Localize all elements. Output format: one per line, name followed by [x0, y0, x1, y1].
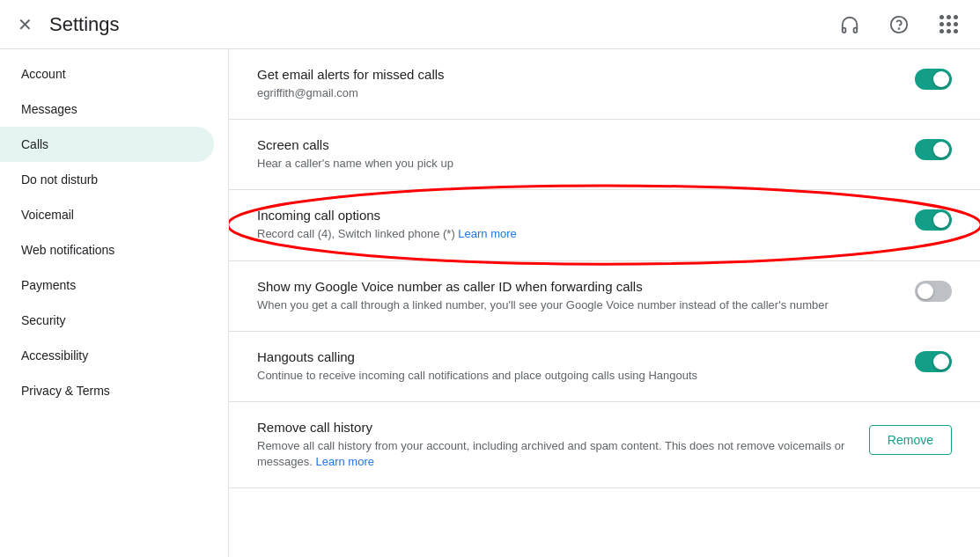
setting-text: Hangouts calling Continue to receive inc… [257, 349, 915, 384]
settings-header: ✕ Settings [0, 0, 980, 49]
sidebar-item-privacy-terms[interactable]: Privacy & Terms [0, 373, 214, 408]
setting-title: Remove call history [257, 420, 848, 435]
remove-learn-more-link[interactable]: Learn more [315, 455, 373, 468]
sidebar-item-do-not-disturb[interactable]: Do not disturb [0, 162, 214, 197]
sidebar-item-security[interactable]: Security [0, 303, 214, 338]
screen-calls-toggle[interactable] [915, 139, 952, 160]
sidebar-item-accessibility[interactable]: Accessibility [0, 338, 214, 373]
setting-title: Hangouts calling [257, 349, 894, 364]
toggle-wrapper [915, 281, 952, 302]
setting-desc: Record call (4), Switch linked phone (*)… [257, 226, 894, 242]
setting-email-alerts: Get email alerts for missed calls egriff… [229, 49, 980, 120]
svg-rect-0 [843, 27, 846, 32]
email-alerts-toggle[interactable] [915, 69, 952, 90]
toggle-wrapper [915, 69, 952, 90]
toggle-thumb [933, 354, 949, 370]
setting-hangouts: Hangouts calling Continue to receive inc… [229, 332, 980, 402]
toggle-thumb [933, 142, 949, 158]
sidebar-item-calls[interactable]: Calls [0, 127, 214, 162]
setting-title: Screen calls [257, 137, 894, 152]
sidebar-item-voicemail[interactable]: Voicemail [0, 197, 214, 232]
support-icon[interactable] [832, 7, 867, 42]
sidebar-item-messages[interactable]: Messages [0, 92, 214, 127]
setting-title: Incoming call options [257, 208, 894, 223]
setting-text: Remove call history Remove all call hist… [257, 420, 869, 470]
setting-title: Get email alerts for missed calls [257, 67, 894, 82]
page-title: Settings [49, 13, 120, 36]
setting-text: Screen calls Hear a caller's name when y… [257, 137, 915, 172]
sidebar-item-account[interactable]: Account [0, 56, 214, 92]
svg-rect-1 [854, 27, 858, 32]
toggle-thumb [917, 283, 933, 299]
close-icon[interactable]: ✕ [14, 14, 35, 35]
toggle-thumb [933, 212, 949, 228]
caller-id-toggle[interactable] [915, 281, 952, 302]
setting-desc: Continue to receive incoming call notifi… [257, 368, 894, 384]
hangouts-toggle[interactable] [915, 351, 952, 372]
toggle-thumb [933, 71, 949, 87]
setting-text: Incoming call options Record call (4), S… [257, 208, 915, 242]
help-icon[interactable] [881, 7, 917, 42]
setting-desc: When you get a call through a linked num… [257, 297, 894, 313]
setting-text: Show my Google Voice number as caller ID… [257, 279, 915, 313]
remove-btn-wrapper: Remove [869, 421, 952, 455]
setting-desc: Hear a caller's name when you pick up [257, 156, 894, 172]
setting-caller-id: Show my Google Voice number as caller ID… [229, 261, 980, 332]
incoming-call-toggle[interactable] [915, 209, 952, 231]
setting-screen-calls: Screen calls Hear a caller's name when y… [229, 120, 980, 190]
setting-desc: egriffith@gmail.com [257, 85, 894, 101]
sidebar-item-payments[interactable]: Payments [0, 268, 214, 303]
setting-text: Get email alerts for missed calls egriff… [257, 67, 915, 101]
header-left: ✕ Settings [14, 13, 120, 36]
learn-more-link[interactable]: Learn more [458, 227, 516, 240]
setting-remove-history: Remove call history Remove all call hist… [229, 402, 980, 488]
header-icons [832, 7, 966, 42]
setting-desc: Remove all call history from your accoun… [257, 438, 848, 470]
sidebar: Account Messages Calls Do not disturb Vo… [0, 49, 229, 557]
toggle-wrapper [915, 351, 952, 372]
toggle-wrapper [915, 139, 952, 160]
apps-icon[interactable] [931, 7, 966, 42]
svg-point-3 [899, 28, 900, 29]
setting-incoming-call-options: Incoming call options Record call (4), S… [229, 190, 980, 260]
sidebar-item-web-notifications[interactable]: Web notifications [0, 232, 214, 268]
grid-dots [939, 15, 958, 33]
remove-button[interactable]: Remove [869, 425, 952, 455]
toggle-wrapper [915, 209, 952, 231]
settings-content: Get email alerts for missed calls egriff… [229, 49, 980, 557]
setting-title: Show my Google Voice number as caller ID… [257, 279, 894, 294]
main-layout: Account Messages Calls Do not disturb Vo… [0, 49, 980, 557]
